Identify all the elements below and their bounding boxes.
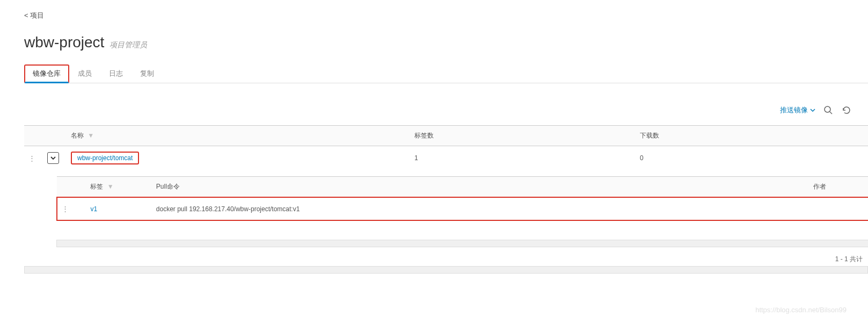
col-pull-cmd[interactable]: Pull命令 — [152, 177, 809, 198]
pull-command: docker pull 192.168.217.40/wbw-project/t… — [152, 197, 809, 220]
col-tag[interactable]: 标签 ▼ — [86, 177, 151, 198]
inner-scrollbar[interactable] — [56, 240, 868, 247]
tags-table: 标签 ▼ Pull命令 作者 创建时间 Docker 版本 ▼ — [56, 176, 868, 221]
repo-table: 名称 ▼ 标签数 下载数 ⋮ — [24, 125, 868, 247]
repo-table-wrap: 名称 ▼ 标签数 下载数 ⋮ — [24, 125, 868, 274]
refresh-icon[interactable] — [841, 105, 852, 116]
author-cell — [809, 197, 868, 220]
repo-tags-count: 1 — [410, 146, 636, 170]
tags-table-wrap: 标签 ▼ Pull命令 作者 创建时间 Docker 版本 ▼ — [56, 176, 868, 247]
tabs: 镜像仓库 成员 日志 复制 — [24, 64, 868, 83]
filter-icon[interactable]: ▼ — [87, 132, 94, 139]
expand-toggle[interactable] — [47, 152, 59, 164]
outer-range: 1 - 1 共计 — [24, 247, 868, 266]
outer-scrollbar[interactable] — [24, 266, 868, 274]
project-title: wbw-project — [24, 34, 104, 51]
col-name-label: 名称 — [71, 132, 84, 139]
col-tags[interactable]: 标签数 — [410, 126, 636, 146]
project-role: 项目管理员 — [110, 40, 147, 50]
repo-name-link[interactable]: wbw-project/tomcat — [71, 152, 139, 164]
col-pulls[interactable]: 下载数 — [636, 126, 868, 146]
svg-line-1 — [830, 112, 832, 114]
search-icon[interactable] — [823, 105, 834, 116]
svg-point-0 — [825, 106, 830, 112]
tab-members[interactable]: 成员 — [69, 64, 100, 83]
chevron-down-icon — [810, 107, 815, 113]
inner-range: 1 - 1 共计 — [56, 221, 868, 240]
col-tag-label: 标签 — [90, 183, 103, 190]
title-row: wbw-project 项目管理员 — [24, 34, 868, 51]
tab-repos[interactable]: 镜像仓库 — [24, 64, 69, 83]
tab-logs[interactable]: 日志 — [100, 64, 132, 83]
repo-name-text: wbw-project/tomcat — [77, 154, 133, 162]
col-author[interactable]: 作者 — [809, 177, 868, 198]
repo-pulls-count: 0 — [636, 146, 868, 170]
tag-row[interactable]: ⋮ v1 docker pull 192.168.217.40/wbw-proj… — [57, 197, 868, 220]
drag-handle-icon[interactable]: ⋮ — [28, 154, 35, 162]
toolbar: 推送镜像 — [24, 105, 868, 116]
tag-link[interactable]: v1 — [90, 205, 97, 213]
push-image-button[interactable]: 推送镜像 — [780, 105, 815, 115]
tab-replication[interactable]: 复制 — [132, 64, 163, 83]
back-link[interactable]: < 项目 — [24, 11, 44, 20]
push-image-label: 推送镜像 — [780, 105, 808, 115]
row-menu-icon[interactable]: ⋮ — [62, 205, 69, 213]
col-name[interactable]: 名称 ▼ — [67, 126, 410, 146]
filter-icon[interactable]: ▼ — [107, 183, 114, 190]
chevron-down-icon — [50, 155, 56, 161]
table-row[interactable]: ⋮ wbw-project/tomcat 1 0 — [24, 146, 868, 170]
